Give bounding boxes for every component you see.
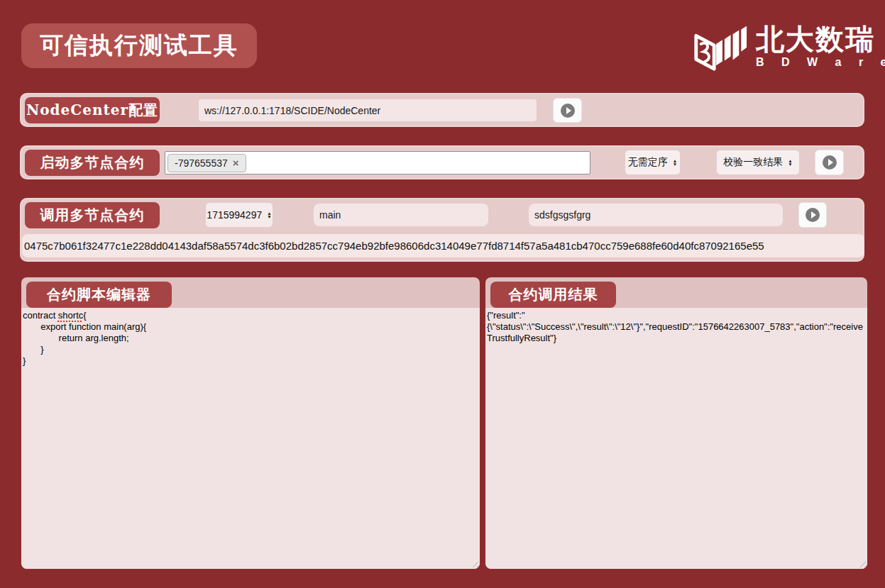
contract-id-tag[interactable]: -797655537 × <box>167 154 246 172</box>
start-contract-button[interactable]: 启动多节点合约 <box>25 150 160 176</box>
call-result-header-label: 合约调用结果 <box>509 285 598 304</box>
start-contract-run-button[interactable] <box>815 150 844 175</box>
start-contract-label: 启动多节点合约 <box>40 153 145 172</box>
logo-name-cn: 北大数瑞 <box>756 23 875 55</box>
logo-name-en: B D W a r e <box>756 56 885 69</box>
order-mode-select[interactable]: 无需定序 ▲▼ <box>625 150 680 174</box>
verify-mode-value: 校验一致结果 <box>723 156 783 169</box>
play-icon <box>823 155 837 170</box>
contract-hash-field[interactable]: 0475c7b061f32477c1e228dd04143daf58a5574d… <box>22 234 864 257</box>
select-arrows-icon: ▲▼ <box>673 159 677 166</box>
call-contract-bar: 调用多节点合约 1715994297 ▲▼ 0475c7b061f32477c1… <box>20 198 864 262</box>
arguments-input[interactable] <box>529 204 783 226</box>
nodecenter-config-bar: NodeCenter配置 <box>20 93 864 127</box>
code-editor[interactable]: contract shortc{ export function main(ar… <box>21 308 480 569</box>
call-contract-button[interactable]: 调用多节点合约 <box>25 202 160 228</box>
contract-select-value: 1715994297 <box>207 209 262 221</box>
nodecenter-config-button[interactable]: NodeCenter配置 <box>25 97 160 123</box>
page: 可信执行测试工具 北大数瑞 B D W a r e NodeCenter配置 <box>0 0 885 588</box>
page-title-box: 可信执行测试工具 <box>21 23 257 68</box>
call-result-output[interactable]: {"result":" {\"status\":\"Success\",\"re… <box>485 308 867 569</box>
play-icon <box>561 104 575 118</box>
script-editor-panel: 合约脚本编辑器 contract shortc{ export function… <box>21 277 480 569</box>
nodecenter-run-button[interactable] <box>553 98 582 123</box>
start-contract-bar: 启动多节点合约 -797655537 × 无需定序 ▲▼ 校验一致结果 ▲▼ <box>20 145 864 179</box>
script-editor-header-button[interactable]: 合约脚本编辑器 <box>26 282 172 308</box>
call-result-header-button[interactable]: 合约调用结果 <box>490 282 616 308</box>
contract-id-tag-input[interactable]: -797655537 × <box>165 151 590 174</box>
nodecenter-url-input[interactable] <box>199 99 537 121</box>
tag-remove-x-icon[interactable]: × <box>233 158 239 168</box>
contract-select[interactable]: 1715994297 ▲▼ <box>206 203 273 227</box>
order-mode-value: 无需定序 <box>628 156 668 169</box>
play-icon <box>806 208 820 222</box>
method-name-input[interactable] <box>314 204 488 226</box>
nodecenter-config-label: NodeCenter配置 <box>26 101 158 120</box>
call-result-panel: 合约调用结果 {"result":" {\"status\":\"Success… <box>485 277 867 569</box>
bdware-cube-icon <box>691 15 749 77</box>
verify-mode-select[interactable]: 校验一致结果 ▲▼ <box>717 150 799 174</box>
page-title: 可信执行测试工具 <box>40 30 238 62</box>
select-arrows-icon: ▲▼ <box>267 211 271 218</box>
contract-id-tag-value: -797655537 <box>175 157 228 169</box>
select-arrows-icon: ▲▼ <box>788 159 792 166</box>
contract-hash-value: 0475c7b061f32477c1e228dd04143daf58a5574d… <box>24 240 764 252</box>
logo-text: 北大数瑞 B D W a r e <box>756 23 885 69</box>
call-contract-label: 调用多节点合约 <box>40 206 145 225</box>
call-contract-run-button[interactable] <box>798 202 827 228</box>
script-editor-header-label: 合约脚本编辑器 <box>47 285 151 304</box>
bdware-logo: 北大数瑞 B D W a r e <box>691 14 872 78</box>
